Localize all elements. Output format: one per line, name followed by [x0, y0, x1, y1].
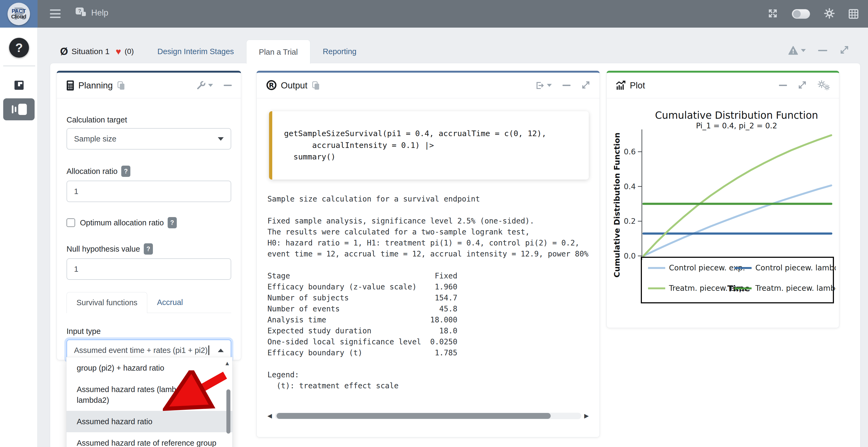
top-bar: R PACT Cloud ? Help	[0, 0, 868, 28]
minimize-panel-button[interactable]	[779, 85, 787, 86]
copy-icon[interactable]	[311, 81, 320, 90]
calculation-target-select[interactable]: Sample size	[66, 128, 231, 149]
plot-settings-gears-icon[interactable]	[817, 80, 830, 91]
help-badge-icon[interactable]: ?	[121, 166, 130, 177]
allocation-ratio-value: 1	[74, 187, 78, 196]
optimum-allocation-label: Optimum allocation ratio ?	[80, 217, 177, 228]
sidebar-item-panels[interactable]	[3, 98, 35, 120]
sidebar-divider	[3, 66, 35, 66]
rpact-cloud-logo-icon: R PACT Cloud	[7, 3, 30, 25]
panel-title: Output	[281, 80, 307, 91]
dropdown-option[interactable]: Assumed hazard ratio	[66, 411, 232, 432]
allocation-ratio-label: Allocation ratio ?	[66, 166, 231, 177]
input-type-value: Assumed event time + rates (pi1 + pi2)	[74, 346, 208, 355]
expand-button[interactable]	[840, 45, 849, 56]
panel-title: Plot	[630, 80, 645, 91]
y-tick-label: 0.2	[624, 217, 636, 226]
help-badge-icon[interactable]: ?	[168, 217, 177, 228]
dropdown-option[interactable]: group (pi2) + hazard ratio	[66, 357, 232, 379]
y-tick-label: 0.0	[624, 252, 636, 261]
output-result: Sample size calculation for a survival e…	[268, 194, 589, 391]
settings-sun-icon[interactable]	[824, 8, 835, 20]
left-sidebar: ?	[0, 28, 37, 447]
series-line	[644, 135, 831, 256]
scroll-left-icon[interactable]: ◀	[268, 412, 275, 419]
chevron-down-icon	[218, 137, 224, 141]
input-type-menu: group (pi2) + hazard ratioAssumed hazard…	[66, 357, 232, 447]
help-badge-icon[interactable]: ?	[144, 243, 153, 254]
help-label: Help	[91, 8, 108, 18]
caret-down-icon	[801, 49, 806, 52]
tab-reporting[interactable]: Reporting	[310, 40, 369, 63]
text-cursor	[209, 345, 209, 355]
chevron-up-icon	[218, 349, 224, 352]
chart-subtitle: Pi_1 = 0.4, pi_2 = 0.2	[696, 122, 777, 130]
minimize-panel-button[interactable]	[224, 85, 232, 86]
subtab-accrual[interactable]: Accrual	[147, 292, 193, 313]
menu-scrollbar-thumb[interactable]	[226, 389, 230, 434]
legend-entry: Control piecew. lambda	[755, 264, 836, 272]
y-tick-label: 0.6	[624, 147, 636, 156]
app-logo[interactable]: R PACT Cloud	[0, 0, 37, 28]
input-type-label: Input type	[66, 327, 231, 336]
help-button[interactable]: ? Help	[75, 7, 108, 19]
calculation-target-label: Calculation target	[66, 115, 231, 124]
heart-icon[interactable]: ♥	[116, 46, 121, 57]
sidebar-item-flag-icon[interactable]	[14, 81, 24, 90]
dropdown-option[interactable]: Assumed hazard rate of reference group (…	[66, 432, 232, 447]
theme-toggle[interactable]	[792, 9, 810, 19]
series-line	[644, 185, 831, 256]
expand-panel-button[interactable]	[581, 80, 590, 91]
empty-set-icon: Ø	[60, 46, 68, 57]
allocation-ratio-input[interactable]: 1	[66, 181, 231, 202]
legend-entry: Control piecew. exp.	[669, 264, 745, 272]
panel-layout-icon	[12, 104, 27, 115]
scroll-right-icon[interactable]: ▶	[581, 412, 589, 419]
expand-panel-button[interactable]	[798, 80, 807, 91]
horizontal-scrollbar: ◀ ▶	[268, 412, 589, 420]
minimize-panel-button[interactable]	[562, 85, 570, 86]
dropdown-option[interactable]: Assumed hazard rates (lambda1 + lambda2)	[66, 379, 232, 411]
content-card: Planning Calculation target	[50, 63, 861, 447]
cdf-chart: 0.00.20.40.6Cumulative Distribution Func…	[611, 106, 836, 317]
null-hypothesis-value: 1	[74, 265, 78, 274]
scrollbar-track[interactable]	[275, 413, 581, 419]
calculation-target-value: Sample size	[74, 135, 116, 143]
null-hypothesis-input[interactable]: 1	[66, 259, 231, 280]
output-panel: R Output	[256, 71, 600, 437]
result-text: Sample size calculation for a survival e…	[268, 194, 589, 391]
situation-tab-bar: Ø Situation 1 ♥ (0) Design Interim Stage…	[50, 40, 369, 63]
question-avatar[interactable]: ?	[9, 38, 29, 58]
menu-scroll-up-icon[interactable]: ▲	[224, 360, 230, 367]
toggle-knob	[793, 10, 801, 18]
cdf-chart-container: 0.00.20.40.6Cumulative Distribution Func…	[607, 98, 839, 321]
minimize-button[interactable]	[818, 50, 827, 51]
caret-down-icon	[208, 84, 213, 87]
null-hypothesis-label: Null hypothesis value ?	[66, 243, 231, 254]
apps-grid-icon[interactable]	[849, 9, 858, 19]
scrollbar-thumb[interactable]	[277, 413, 551, 419]
warnings-dropdown[interactable]	[788, 46, 806, 55]
legend-entry: Treatm. piecew. lambda	[755, 284, 836, 293]
arrows-expand-icon[interactable]	[768, 8, 778, 20]
optimum-allocation-checkbox[interactable]	[66, 218, 75, 227]
calculator-icon	[66, 80, 74, 91]
subtab-survival-functions[interactable]: Survival functions	[66, 292, 147, 313]
tab-plan-a-trial[interactable]: Plan a Trial	[246, 40, 310, 64]
planning-subtabs: Survival functions Accrual	[66, 292, 231, 313]
hamburger-menu-icon[interactable]	[50, 8, 62, 19]
chart-icon	[616, 81, 626, 90]
tab-design-interim-stages[interactable]: Design Interim Stages	[145, 40, 246, 63]
optimum-allocation-row: Optimum allocation ratio ?	[66, 217, 231, 228]
warning-icon	[788, 46, 798, 55]
chart-title: Cumulative Distribution Function	[655, 110, 818, 121]
r-code-block: getSampleSizeSurvival(pi1 = 0.4, accrual…	[269, 111, 589, 179]
export-dropdown[interactable]	[535, 81, 552, 90]
help-chat-icon: ?	[75, 7, 88, 19]
copy-icon[interactable]	[116, 81, 126, 90]
svg-text:R: R	[269, 81, 274, 89]
r-logo-icon: R	[266, 80, 277, 91]
situation-label: Situation 1	[72, 47, 110, 56]
situation-header[interactable]: Ø Situation 1 ♥ (0)	[50, 40, 145, 63]
tools-dropdown[interactable]	[196, 81, 213, 90]
